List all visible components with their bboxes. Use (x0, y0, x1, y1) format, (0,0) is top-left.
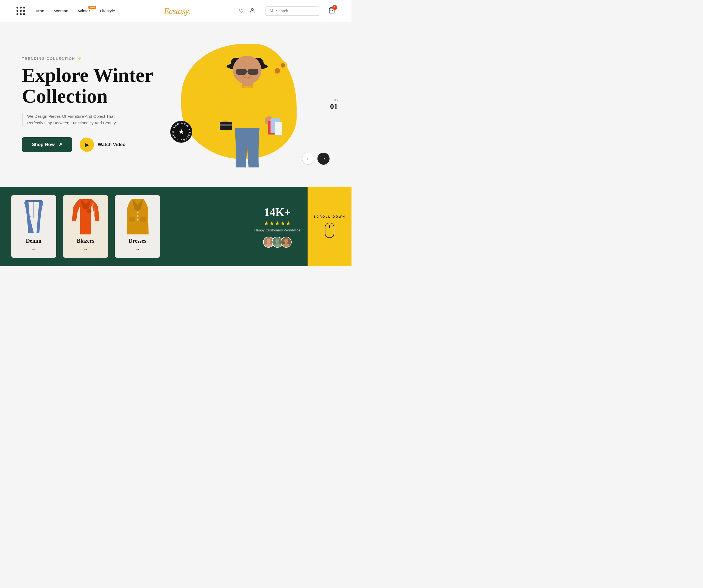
navbar: Man Woman Winter New Lifestyle Ecstasy. … (0, 0, 352, 22)
dress-image (121, 199, 154, 235)
nav-links: Man Woman Winter New Lifestyle (36, 8, 115, 13)
svg-point-37 (267, 239, 270, 243)
prev-slide-button[interactable]: ← (302, 153, 314, 165)
shop-arrow-icon: ↗ (58, 142, 62, 148)
account-button[interactable] (249, 7, 255, 15)
hero-section: TRENDING COLLECTION ⚡ Explore Winter Col… (0, 22, 352, 187)
hero-title: Explore Winter Collection (22, 65, 165, 106)
category-name-denim: Denim (26, 238, 42, 244)
denim-arrow-icon: → (31, 246, 36, 253)
nav-icons: ♡ (239, 6, 335, 16)
denim-image (17, 199, 50, 235)
heart-icon: ♡ (239, 8, 244, 14)
search-icon (269, 8, 274, 14)
nav-link-winter[interactable]: Winter (78, 8, 90, 13)
svg-rect-7 (236, 69, 247, 75)
blazers-arrow-icon: → (83, 246, 88, 253)
shop-now-button[interactable]: Shop Now ↗ (22, 137, 72, 152)
svg-rect-32 (140, 217, 146, 222)
category-name-dresses: Dresses (129, 238, 146, 244)
scroll-down-text: SCROLL DOWN (314, 215, 345, 218)
cart-badge: 1 (332, 5, 337, 10)
flash-icon: ⚡ (77, 57, 82, 61)
stats-label: Happy Customers Worldwide (254, 228, 300, 232)
svg-rect-31 (129, 217, 135, 222)
svg-rect-12 (220, 122, 232, 130)
nav-link-man[interactable]: Man (36, 8, 44, 13)
svg-rect-13 (220, 124, 232, 126)
user-icon (249, 8, 255, 14)
wishlist-button[interactable]: ♡ (239, 8, 244, 14)
cart-wrapper: 1 (328, 7, 335, 15)
play-icon: ▶ (80, 138, 94, 152)
nav-link-woman[interactable]: Woman (54, 8, 68, 13)
svg-point-0 (251, 8, 253, 10)
stats-area: 14K+ ★★★★★ Happy Customers Worldwide (247, 187, 308, 266)
svg-point-1 (270, 9, 273, 11)
svg-rect-8 (248, 69, 258, 75)
svg-point-30 (87, 209, 91, 213)
hero-buttons: Shop Now ↗ ▶ Watch Video (22, 137, 165, 152)
svg-rect-25 (25, 200, 42, 202)
svg-point-40 (276, 239, 279, 243)
category-card-denim[interactable]: Denim → (11, 195, 56, 258)
category-name-blazers: Blazers (77, 238, 94, 244)
stats-number: 14K+ (264, 205, 291, 219)
search-input[interactable] (276, 9, 312, 13)
new-badge: New (88, 6, 96, 9)
new-arrival-badge: NEW ARRIVAL • NEW ARRIVAL (170, 121, 192, 143)
svg-point-34 (137, 215, 138, 217)
slide-counter: 05 01 (330, 98, 338, 111)
bottom-section: Denim → (0, 187, 352, 266)
category-card-dresses[interactable]: Dresses → (115, 195, 160, 258)
svg-point-35 (137, 219, 138, 221)
scroll-mouse-dot (329, 225, 330, 228)
blazer-image (69, 199, 102, 235)
hero-image-area: NEW ARRIVAL • NEW ARRIVAL 05 01 ← → (165, 38, 329, 170)
avatar-3 (281, 237, 292, 248)
svg-line-2 (272, 11, 273, 12)
stats-stars: ★★★★★ (264, 220, 291, 227)
hero-text: TRENDING COLLECTION ⚡ Explore Winter Col… (22, 57, 165, 152)
dresses-arrow-icon: → (135, 246, 140, 253)
slide-navigation: ← → (302, 153, 329, 165)
menu-grid-button[interactable] (16, 7, 25, 15)
scroll-mouse-icon (325, 223, 334, 238)
category-card-blazers[interactable]: Blazers → (63, 195, 108, 258)
hero-person-image (203, 41, 291, 167)
svg-point-21 (281, 63, 285, 68)
trending-label: TRENDING COLLECTION ⚡ (22, 57, 165, 61)
svg-point-19 (275, 68, 280, 74)
svg-point-43 (284, 239, 288, 243)
slide-current: 01 (330, 102, 338, 111)
slide-total: 05 (330, 98, 338, 102)
svg-rect-17 (275, 122, 282, 135)
scroll-down-area: SCROLL DOWN (308, 187, 352, 266)
customer-avatars (263, 237, 292, 248)
hero-description: We Design Pieces Of Furniture And Object… (22, 113, 126, 126)
svg-point-33 (137, 212, 138, 214)
next-slide-button[interactable]: → (317, 153, 329, 165)
search-bar[interactable] (265, 6, 320, 16)
nav-link-lifestyle[interactable]: Lifestyle (100, 8, 115, 13)
brand-logo[interactable]: Ecstasy. (115, 6, 239, 16)
categories-area: Denim → (0, 187, 247, 266)
watch-video-button[interactable]: ▶ Watch Video (80, 138, 126, 152)
